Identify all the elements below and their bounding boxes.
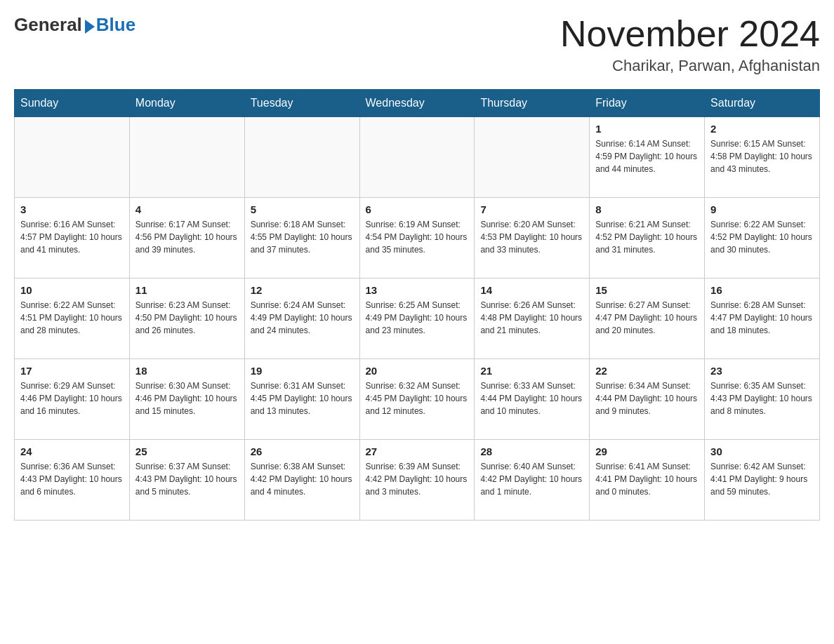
- calendar-cell: 12Sunrise: 6:24 AM Sunset: 4:49 PM Dayli…: [244, 279, 359, 359]
- calendar-cell: 27Sunrise: 6:39 AM Sunset: 4:42 PM Dayli…: [359, 440, 475, 521]
- day-info: Sunrise: 6:37 AM Sunset: 4:43 PM Dayligh…: [135, 460, 239, 498]
- day-number: 20: [366, 365, 469, 377]
- day-number: 28: [480, 445, 583, 457]
- day-number: 2: [710, 123, 814, 135]
- calendar-cell: 9Sunrise: 6:22 AM Sunset: 4:52 PM Daylig…: [705, 198, 820, 279]
- day-number: 11: [135, 284, 239, 296]
- location-text: Charikar, Parwan, Afghanistan: [560, 57, 820, 75]
- day-number: 14: [480, 284, 583, 296]
- day-info: Sunrise: 6:33 AM Sunset: 4:44 PM Dayligh…: [480, 380, 583, 417]
- calendar-week-row: 17Sunrise: 6:29 AM Sunset: 4:46 PM Dayli…: [15, 359, 820, 440]
- day-info: Sunrise: 6:24 AM Sunset: 4:49 PM Dayligh…: [251, 299, 354, 337]
- weekday-header-tuesday: Tuesday: [244, 90, 359, 117]
- calendar-cell: 29Sunrise: 6:41 AM Sunset: 4:41 PM Dayli…: [590, 440, 705, 521]
- day-info: Sunrise: 6:20 AM Sunset: 4:53 PM Dayligh…: [480, 218, 583, 256]
- day-number: 8: [595, 203, 699, 215]
- calendar-cell: 11Sunrise: 6:23 AM Sunset: 4:50 PM Dayli…: [129, 279, 244, 359]
- calendar-cell: 25Sunrise: 6:37 AM Sunset: 4:43 PM Dayli…: [129, 440, 244, 521]
- calendar-cell: 2Sunrise: 6:15 AM Sunset: 4:58 PM Daylig…: [705, 117, 820, 198]
- day-info: Sunrise: 6:30 AM Sunset: 4:46 PM Dayligh…: [135, 380, 239, 417]
- calendar-cell: 15Sunrise: 6:27 AM Sunset: 4:47 PM Dayli…: [590, 279, 705, 359]
- weekday-header-monday: Monday: [129, 90, 244, 117]
- calendar-week-row: 3Sunrise: 6:16 AM Sunset: 4:57 PM Daylig…: [15, 198, 820, 279]
- calendar-cell: [129, 117, 244, 198]
- day-info: Sunrise: 6:25 AM Sunset: 4:49 PM Dayligh…: [366, 299, 469, 337]
- calendar-cell: 5Sunrise: 6:18 AM Sunset: 4:55 PM Daylig…: [244, 198, 359, 279]
- calendar-week-row: 10Sunrise: 6:22 AM Sunset: 4:51 PM Dayli…: [15, 279, 820, 359]
- day-number: 17: [20, 365, 124, 377]
- day-number: 13: [366, 284, 469, 296]
- calendar-cell: 24Sunrise: 6:36 AM Sunset: 4:43 PM Dayli…: [15, 440, 130, 521]
- day-number: 21: [480, 365, 583, 377]
- day-number: 27: [366, 445, 469, 457]
- day-info: Sunrise: 6:22 AM Sunset: 4:52 PM Dayligh…: [710, 218, 814, 256]
- calendar-cell: 1Sunrise: 6:14 AM Sunset: 4:59 PM Daylig…: [590, 117, 705, 198]
- day-info: Sunrise: 6:38 AM Sunset: 4:42 PM Dayligh…: [251, 460, 354, 498]
- title-section: November 2024 Charikar, Parwan, Afghanis…: [560, 14, 820, 75]
- weekday-header-sunday: Sunday: [15, 90, 130, 117]
- day-number: 30: [710, 445, 814, 457]
- day-number: 10: [20, 284, 124, 296]
- day-info: Sunrise: 6:23 AM Sunset: 4:50 PM Dayligh…: [135, 299, 239, 337]
- calendar-cell: [475, 117, 590, 198]
- day-number: 22: [595, 365, 699, 377]
- calendar-cell: 21Sunrise: 6:33 AM Sunset: 4:44 PM Dayli…: [475, 359, 590, 440]
- calendar-cell: 8Sunrise: 6:21 AM Sunset: 4:52 PM Daylig…: [590, 198, 705, 279]
- day-number: 5: [251, 203, 354, 215]
- day-info: Sunrise: 6:31 AM Sunset: 4:45 PM Dayligh…: [251, 380, 354, 417]
- weekday-header-friday: Friday: [590, 90, 705, 117]
- day-info: Sunrise: 6:22 AM Sunset: 4:51 PM Dayligh…: [20, 299, 124, 337]
- day-info: Sunrise: 6:41 AM Sunset: 4:41 PM Dayligh…: [595, 460, 699, 498]
- calendar-cell: 13Sunrise: 6:25 AM Sunset: 4:49 PM Dayli…: [359, 279, 475, 359]
- calendar-week-row: 1Sunrise: 6:14 AM Sunset: 4:59 PM Daylig…: [15, 117, 820, 198]
- day-info: Sunrise: 6:19 AM Sunset: 4:54 PM Dayligh…: [366, 218, 469, 256]
- day-info: Sunrise: 6:18 AM Sunset: 4:55 PM Dayligh…: [251, 218, 354, 256]
- day-info: Sunrise: 6:29 AM Sunset: 4:46 PM Dayligh…: [20, 380, 124, 417]
- day-number: 25: [135, 445, 239, 457]
- day-number: 16: [710, 284, 814, 296]
- calendar-week-row: 24Sunrise: 6:36 AM Sunset: 4:43 PM Dayli…: [15, 440, 820, 521]
- calendar-cell: 18Sunrise: 6:30 AM Sunset: 4:46 PM Dayli…: [129, 359, 244, 440]
- day-number: 4: [135, 203, 239, 215]
- day-info: Sunrise: 6:35 AM Sunset: 4:43 PM Dayligh…: [710, 380, 814, 417]
- day-info: Sunrise: 6:39 AM Sunset: 4:42 PM Dayligh…: [366, 460, 469, 498]
- calendar-cell: 19Sunrise: 6:31 AM Sunset: 4:45 PM Dayli…: [244, 359, 359, 440]
- weekday-header-saturday: Saturday: [705, 90, 820, 117]
- day-number: 15: [595, 284, 699, 296]
- day-info: Sunrise: 6:40 AM Sunset: 4:42 PM Dayligh…: [480, 460, 583, 498]
- day-number: 19: [251, 365, 354, 377]
- calendar-cell: [359, 117, 475, 198]
- day-info: Sunrise: 6:16 AM Sunset: 4:57 PM Dayligh…: [20, 218, 124, 256]
- day-info: Sunrise: 6:34 AM Sunset: 4:44 PM Dayligh…: [595, 380, 699, 417]
- day-info: Sunrise: 6:27 AM Sunset: 4:47 PM Dayligh…: [595, 299, 699, 337]
- day-number: 29: [595, 445, 699, 457]
- day-info: Sunrise: 6:42 AM Sunset: 4:41 PM Dayligh…: [710, 460, 814, 498]
- day-info: Sunrise: 6:28 AM Sunset: 4:47 PM Dayligh…: [710, 299, 814, 337]
- weekday-header-thursday: Thursday: [475, 90, 590, 117]
- day-number: 26: [251, 445, 354, 457]
- day-number: 6: [366, 203, 469, 215]
- day-info: Sunrise: 6:26 AM Sunset: 4:48 PM Dayligh…: [480, 299, 583, 337]
- calendar-cell: 4Sunrise: 6:17 AM Sunset: 4:56 PM Daylig…: [129, 198, 244, 279]
- day-info: Sunrise: 6:36 AM Sunset: 4:43 PM Dayligh…: [20, 460, 124, 498]
- calendar-cell: 22Sunrise: 6:34 AM Sunset: 4:44 PM Dayli…: [590, 359, 705, 440]
- calendar-cell: 20Sunrise: 6:32 AM Sunset: 4:45 PM Dayli…: [359, 359, 475, 440]
- calendar-cell: 28Sunrise: 6:40 AM Sunset: 4:42 PM Dayli…: [475, 440, 590, 521]
- page-header: General Blue November 2024 Charikar, Par…: [14, 14, 820, 75]
- day-info: Sunrise: 6:14 AM Sunset: 4:59 PM Dayligh…: [595, 137, 699, 175]
- calendar-cell: 17Sunrise: 6:29 AM Sunset: 4:46 PM Dayli…: [15, 359, 130, 440]
- calendar-cell: 3Sunrise: 6:16 AM Sunset: 4:57 PM Daylig…: [15, 198, 130, 279]
- calendar-cell: 14Sunrise: 6:26 AM Sunset: 4:48 PM Dayli…: [475, 279, 590, 359]
- calendar-cell: 6Sunrise: 6:19 AM Sunset: 4:54 PM Daylig…: [359, 198, 475, 279]
- weekday-header-row: SundayMondayTuesdayWednesdayThursdayFrid…: [15, 90, 820, 117]
- calendar-cell: 26Sunrise: 6:38 AM Sunset: 4:42 PM Dayli…: [244, 440, 359, 521]
- day-info: Sunrise: 6:21 AM Sunset: 4:52 PM Dayligh…: [595, 218, 699, 256]
- day-number: 3: [20, 203, 124, 215]
- logo-triangle-icon: [85, 20, 95, 34]
- day-number: 7: [480, 203, 583, 215]
- day-number: 1: [595, 123, 699, 135]
- calendar-cell: 7Sunrise: 6:20 AM Sunset: 4:53 PM Daylig…: [475, 198, 590, 279]
- logo-general-text: General: [14, 14, 82, 36]
- day-number: 24: [20, 445, 124, 457]
- month-title: November 2024: [560, 14, 820, 54]
